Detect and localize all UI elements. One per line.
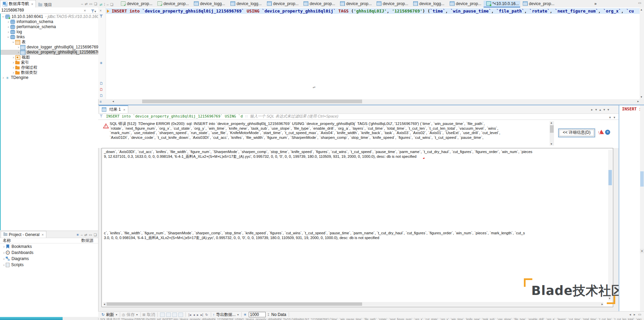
tree-item[interactable]: ›device_logger_ghhsi8ql0ij_1215696769 bbox=[0, 45, 98, 50]
project-item[interactable]: ›Scripts bbox=[0, 262, 98, 268]
editor-tab[interactable]: device_prop... bbox=[118, 0, 155, 7]
expander-icon[interactable]: › bbox=[6, 19, 10, 24]
expander-icon[interactable]: › bbox=[2, 256, 6, 262]
project-item[interactable]: ›Dashboards bbox=[0, 250, 98, 256]
error-vertical-scrollbar[interactable]: ▴ ▾ bbox=[550, 121, 554, 146]
minimize-icon[interactable]: ‒ bbox=[107, 3, 109, 6]
expander-icon[interactable]: › bbox=[12, 70, 15, 75]
scrollbar-thumb[interactable] bbox=[608, 170, 612, 185]
expander-icon[interactable]: › bbox=[2, 262, 6, 268]
expander-icon[interactable]: › bbox=[17, 45, 20, 50]
scroll-left-icon[interactable]: ◂ bbox=[112, 99, 114, 104]
save-dropdown-icon[interactable]: ▾ bbox=[136, 313, 138, 316]
editor-tab[interactable]: device_logg... bbox=[191, 0, 228, 7]
secondary-editor-pane[interactable]: INSERT ir ▾ bbox=[619, 105, 644, 317]
scrollbar-thumb[interactable] bbox=[0, 317, 63, 320]
add-row-icon[interactable] bbox=[160, 313, 165, 317]
detach-icon[interactable]: ▭ bbox=[638, 313, 641, 316]
collapse-icon[interactable]: ▴ bbox=[599, 108, 601, 111]
minimize-icon[interactable]: ‒ bbox=[81, 2, 83, 6]
settings-gear-icon[interactable]: ✳ bbox=[243, 313, 246, 317]
first-row-button[interactable]: |◂ bbox=[188, 313, 191, 317]
expander-icon[interactable]: › bbox=[2, 243, 6, 250]
filter-funnel-icon[interactable]: ▾ bbox=[91, 9, 96, 14]
detach-icon[interactable]: ▭ bbox=[638, 1, 641, 5]
sql-editor[interactable]: × ✳ 🗋 🗋 🗋 ≡ INSERT into `device_property… bbox=[98, 7, 644, 99]
tab-overflow-icon[interactable]: » bbox=[594, 1, 597, 6]
column-name[interactable]: 名称 bbox=[3, 238, 11, 243]
editor-tab[interactable]: device_prop... bbox=[447, 0, 484, 7]
close-icon[interactable]: × bbox=[31, 2, 33, 6]
tree-item[interactable]: ›performance_schema bbox=[0, 24, 98, 29]
tree-item[interactable]: ›存储过程 bbox=[0, 65, 98, 70]
tree-item[interactable]: ›log bbox=[0, 29, 98, 35]
filter-query-text[interactable]: INSERT into `device_property_ghhsi8ql0ij… bbox=[106, 114, 243, 119]
result-filter-bar[interactable]: INSERT into `device_property_ghhsi8ql0ij… bbox=[98, 114, 619, 120]
close-icon[interactable]: × bbox=[42, 233, 44, 237]
export-script-icon[interactable]: 🗋 bbox=[99, 81, 103, 85]
export-data-button[interactable]: 导出数据... bbox=[216, 312, 236, 318]
minimize-icon[interactable]: ‒ bbox=[81, 233, 83, 237]
column-datasource[interactable]: 数据源 bbox=[81, 238, 93, 243]
editor-tab[interactable]: device_prop... bbox=[155, 0, 191, 7]
script-info-icon[interactable]: 🗋 bbox=[99, 93, 103, 98]
tree-item[interactable]: ›✳TDengine bbox=[0, 75, 98, 80]
editor-tab[interactable]: device_prop... bbox=[301, 0, 337, 7]
save-button[interactable]: 保存 bbox=[127, 312, 135, 318]
error-info-icon[interactable]: ✳ bbox=[605, 130, 610, 135]
close-icon[interactable]: × bbox=[99, 8, 102, 13]
scrollbar-thumb[interactable] bbox=[142, 100, 362, 103]
tab-project-general[interactable]: Project - General × bbox=[1, 231, 46, 238]
scroll-down-icon[interactable]: ▾ bbox=[640, 249, 644, 253]
editor-tab[interactable]: device_logg... bbox=[228, 0, 264, 7]
expander-icon[interactable]: › bbox=[1, 75, 5, 80]
expander-icon[interactable]: › bbox=[6, 29, 10, 35]
expander-icon[interactable]: › bbox=[6, 24, 10, 29]
clear-search-icon[interactable]: × bbox=[84, 8, 86, 13]
expander-icon[interactable]: › bbox=[17, 50, 20, 55]
fetch-all-icon[interactable]: ↧ bbox=[267, 313, 270, 317]
sql-statement-line[interactable]: INSERT into `device_property_ghhsi8ql0ij… bbox=[112, 8, 644, 14]
last-row-button[interactable]: ▸| bbox=[201, 313, 203, 317]
next-row-button[interactable]: ▸ bbox=[197, 313, 199, 317]
editor-horizontal-scrollbar[interactable]: ◂ ▸ bbox=[112, 99, 640, 104]
refresh-button[interactable]: 刷新 bbox=[106, 312, 114, 318]
export-dropdown-icon[interactable]: ▾ bbox=[237, 313, 239, 316]
scroll-left-icon[interactable]: ◂ bbox=[104, 302, 105, 306]
menu-dots-icon[interactable]: ⁞ bbox=[104, 3, 105, 6]
tree-item[interactable]: ›索引 bbox=[0, 60, 98, 65]
scrollbar-thumb[interactable] bbox=[550, 125, 554, 133]
scroll-up-icon[interactable]: ▴ bbox=[641, 7, 642, 12]
project-horizontal-scrollbar[interactable] bbox=[0, 317, 98, 320]
apply-filter-icon[interactable]: ▾ bbox=[614, 116, 615, 119]
maximize-icon[interactable]: ❏ bbox=[94, 233, 97, 237]
filter-funnel-icon[interactable] bbox=[99, 14, 103, 18]
restore-icon[interactable]: ⇄ bbox=[99, 3, 102, 6]
expand-filter-icon[interactable]: ∷ bbox=[245, 114, 247, 118]
tree-item[interactable]: ›10.10.0.160:6041- jdbc:TAOS-RS://10.10.… bbox=[0, 14, 98, 19]
script-error-icon[interactable]: 🗋 bbox=[99, 87, 103, 91]
tree-item[interactable]: ›表 bbox=[0, 40, 98, 45]
gear-icon[interactable]: ✳ bbox=[99, 61, 103, 65]
details-button[interactable]: << 详细信息(D) bbox=[558, 129, 595, 137]
scrollbar-thumb[interactable] bbox=[640, 171, 644, 187]
restore-icon[interactable]: ⇄ bbox=[84, 233, 87, 237]
detach-icon[interactable]: ▭ bbox=[89, 2, 92, 6]
scroll-down-icon[interactable]: ▾ bbox=[641, 95, 642, 99]
delete-row-icon[interactable] bbox=[172, 313, 177, 317]
scroll-right-icon[interactable]: ▸ bbox=[637, 99, 639, 104]
secondary-vertical-scrollbar[interactable] bbox=[640, 105, 644, 317]
editor-vertical-scrollbar[interactable]: ▴ ▾ bbox=[640, 7, 644, 99]
gear-icon[interactable]: ✳ bbox=[76, 233, 79, 237]
editor-tab[interactable]: *<10.10.0.16...× bbox=[484, 1, 520, 8]
run-icon[interactable]: ▸ bbox=[591, 108, 593, 111]
editor-tab[interactable]: device_prop... bbox=[337, 0, 374, 7]
menu-dropdown-icon[interactable]: ▾ bbox=[607, 108, 609, 111]
maximize-icon[interactable]: ❏ bbox=[110, 3, 113, 6]
expander-icon[interactable]: › bbox=[12, 65, 15, 70]
project-item[interactable]: ›Diagrams bbox=[0, 256, 98, 262]
grid-view-icon[interactable] bbox=[178, 313, 183, 317]
tab-results-1[interactable]: 结果 1 × bbox=[99, 105, 128, 113]
error-warning-icon[interactable] bbox=[599, 130, 604, 135]
tree-item[interactable]: ›links bbox=[0, 35, 98, 40]
